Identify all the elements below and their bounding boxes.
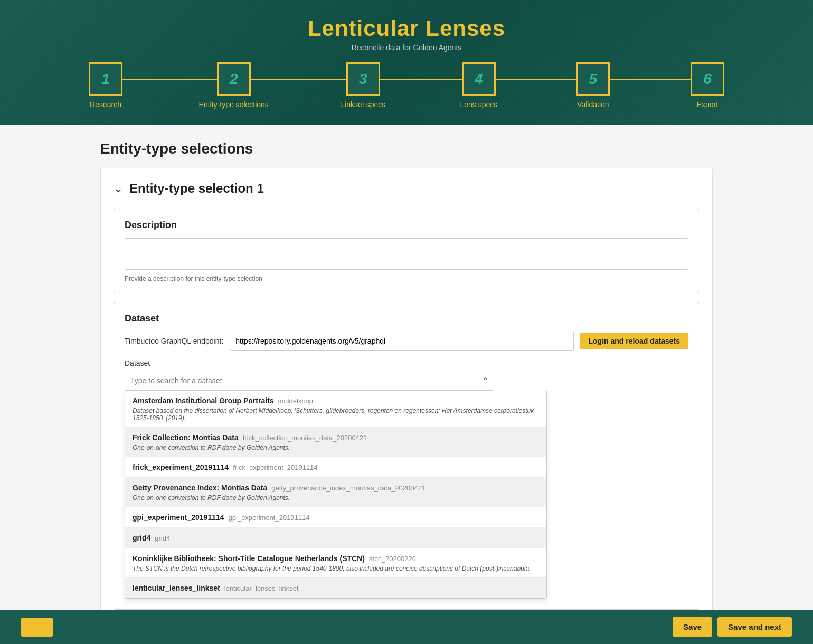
step-5[interactable]: 5 Validation (572, 62, 614, 109)
step-1-circle: 1 (89, 62, 122, 96)
header: Lenticular Lenses Reconcile data for Gol… (0, 0, 813, 125)
step-3[interactable]: 3 Linkset specs (341, 62, 385, 109)
step-3-circle: 3 (346, 62, 380, 96)
app-subtitle: Reconcile data for Golden Agents (352, 43, 462, 52)
dropdown-item[interactable]: grid4grid4 (125, 528, 546, 548)
save-and-next-button[interactable]: Save and next (717, 617, 792, 637)
bottom-left (21, 618, 53, 637)
dropdown-item[interactable]: lenticular_lenses_linksetlenticular_lens… (125, 578, 546, 598)
dataset-search-input[interactable] (125, 371, 494, 391)
dropdown-item[interactable]: Koninklijke Bibliotheek: Short-Title Cat… (125, 548, 546, 578)
endpoint-row: Timbuctoo GraphQL endpoint: Login and re… (125, 332, 688, 351)
page-title: Entity-type selections (100, 140, 713, 157)
step-6[interactable]: 6 Export (686, 62, 729, 109)
dataset-dropdown: Amsterdam Institutional Group Portraitsm… (125, 391, 547, 599)
step-4-circle: 4 (462, 62, 496, 96)
description-hint: Provide a description for this entity-ty… (125, 275, 688, 282)
save-button[interactable]: Save (673, 617, 712, 637)
step-6-circle: 6 (691, 62, 724, 96)
description-card-title: Description (125, 220, 688, 231)
step-4[interactable]: 4 Lens specs (458, 62, 500, 109)
dropdown-item[interactable]: Frick Collection: Montias Datafrick_coll… (125, 428, 546, 457)
step-6-label: Export (697, 100, 718, 109)
dataset-card: Dataset Timbuctoo GraphQL endpoint: Logi… (114, 302, 699, 610)
step-2-circle: 2 (217, 62, 251, 96)
endpoint-input[interactable] (230, 332, 573, 351)
card-header: ⌄ Entity-type selection 1 (114, 181, 699, 196)
entity-type-card: ⌄ Entity-type selection 1 Description Pr… (100, 168, 713, 631)
dropdown-item[interactable]: Amsterdam Institutional Group Portraitsm… (125, 391, 546, 428)
stepper: 1 Research 2 Entity-type selections 3 Li… (63, 62, 750, 109)
dropdown-item[interactable]: Getty Provenance Index: Montias Datagett… (125, 478, 546, 507)
step-1-label: Research (90, 100, 121, 109)
description-card: Description Provide a description for th… (114, 209, 699, 293)
endpoint-label: Timbuctoo GraphQL endpoint: (125, 337, 223, 345)
step-3-label: Linkset specs (341, 100, 385, 109)
collapse-icon[interactable]: ⌄ (114, 182, 123, 195)
step-1[interactable]: 1 Research (84, 62, 127, 109)
step-5-label: Validation (577, 100, 609, 109)
dropdown-item[interactable]: frick_experiment_20191114frick_experimen… (125, 457, 546, 478)
reload-datasets-button[interactable]: Login and reload datasets (580, 333, 688, 349)
dataset-field-label: Dataset (125, 359, 688, 367)
bottom-left-indicator (21, 618, 53, 637)
step-2-label: Entity-type selections (199, 100, 269, 109)
bottom-actions: Save Save and next (673, 617, 792, 637)
step-5-circle: 5 (576, 62, 610, 96)
step-4-label: Lens specs (460, 100, 497, 109)
dropdown-item[interactable]: gpi_experiment_20191114gpi_experiment_20… (125, 507, 546, 528)
dataset-search-wrapper: ⌃ (125, 371, 494, 391)
step-2[interactable]: 2 Entity-type selections (199, 62, 269, 109)
bottom-bar: Save Save and next (0, 610, 813, 644)
description-textarea[interactable] (125, 238, 688, 270)
card-title: Entity-type selection 1 (129, 181, 264, 196)
stepper-line (106, 79, 707, 80)
app-title: Lenticular Lenses (308, 16, 505, 41)
dataset-card-title: Dataset (125, 313, 688, 324)
main-content: Entity-type selections ⌄ Entity-type sel… (90, 140, 723, 631)
